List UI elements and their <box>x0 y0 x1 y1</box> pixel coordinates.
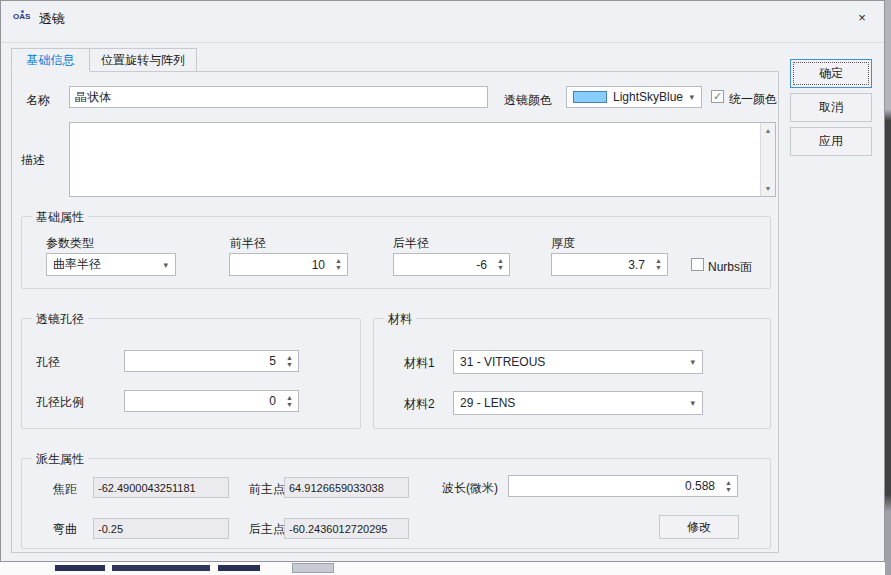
front-radius-value: 10 <box>312 258 325 272</box>
param-type-dropdown[interactable]: 曲率半径 ▾ <box>46 253 176 276</box>
wavelength-spinner[interactable]: 0.588 ▲▼ <box>508 475 738 497</box>
wavelength-label: 波长(微米) <box>442 480 498 497</box>
spinner-up-icon[interactable]: ▲ <box>725 480 732 486</box>
spinner-down-icon[interactable]: ▼ <box>335 265 342 271</box>
spinner-down-icon[interactable]: ▼ <box>725 487 732 493</box>
spinner-up-icon[interactable]: ▲ <box>286 355 293 361</box>
unify-color-label: 统一颜色 <box>729 91 777 108</box>
param-type-label: 参数类型 <box>46 235 94 252</box>
back-radius-label: 后半径 <box>393 235 429 252</box>
lens-aperture-group: 透镜孔径 <box>21 318 361 429</box>
spinner-down-icon[interactable]: ▼ <box>286 402 293 408</box>
occluded-text-fragment <box>218 565 260 571</box>
material2-value: 29 - LENS <box>460 396 515 410</box>
spinner-down-icon[interactable]: ▼ <box>655 265 662 271</box>
material1-label: 材料1 <box>404 355 435 372</box>
aperture-ratio-label: 孔径比例 <box>36 394 84 411</box>
back-principal-value: -60.2436012720295 <box>284 518 409 539</box>
color-swatch <box>573 91 607 103</box>
name-input[interactable] <box>69 86 488 108</box>
description-textarea[interactable] <box>69 122 776 197</box>
lens-color-dropdown[interactable]: LightSkyBlue ▾ <box>566 86 702 108</box>
front-radius-spinner[interactable]: 10 ▲▼ <box>229 253 348 276</box>
spinner-down-icon[interactable]: ▼ <box>497 265 504 271</box>
chevron-down-icon: ▾ <box>163 260 168 270</box>
back-radius-value: -6 <box>476 258 487 272</box>
thickness-label: 厚度 <box>551 235 575 252</box>
scrollbar-down-icon[interactable]: ▼ <box>761 185 775 192</box>
tab-position-rotation-array[interactable]: 位置旋转与阵列 <box>90 48 197 72</box>
lens-dialog: OAS 透镜 × 基础信息 位置旋转与阵列 确定 取消 应用 名称 透镜颜色 L… <box>0 0 885 562</box>
lens-dialog-screen: OAS 透镜 × 基础信息 位置旋转与阵列 确定 取消 应用 名称 透镜颜色 L… <box>0 0 891 575</box>
tab-basic-info[interactable]: 基础信息 <box>11 48 90 72</box>
thickness-value: 3.7 <box>628 258 645 272</box>
occluded-text-fragment <box>112 565 210 571</box>
apply-button[interactable]: 应用 <box>790 127 872 156</box>
aperture-label: 孔径 <box>36 354 60 371</box>
front-principal-label: 前主点 <box>249 481 285 498</box>
spinner-down-icon[interactable]: ▼ <box>286 362 293 368</box>
material1-dropdown[interactable]: 31 - VITREOUS ▾ <box>453 350 703 374</box>
bending-label: 弯曲 <box>53 521 77 538</box>
param-type-value: 曲率半径 <box>53 256 101 273</box>
focal-length-value: -62.4900043251181 <box>93 477 229 498</box>
scrollbar-up-icon[interactable]: ▲ <box>761 127 775 134</box>
nurbs-label: Nurbs面 <box>708 259 752 276</box>
description-scrollbar[interactable]: ▲ ▼ <box>760 123 775 196</box>
basic-properties-title: 基础属性 <box>32 209 88 226</box>
bending-value: -0.25 <box>93 518 229 539</box>
lens-color-label: 透镜颜色 <box>504 92 552 109</box>
oas-logo-icon: OAS <box>13 12 33 26</box>
lens-aperture-title: 透镜孔径 <box>32 311 88 328</box>
material-title: 材料 <box>384 311 416 328</box>
material2-dropdown[interactable]: 29 - LENS ▾ <box>453 391 703 415</box>
unify-color-checkbox[interactable]: ✓ <box>711 90 724 103</box>
modify-button[interactable]: 修改 <box>659 515 739 539</box>
chevron-down-icon: ▾ <box>689 92 694 102</box>
derived-properties-title: 派生属性 <box>32 451 88 468</box>
lens-color-value: LightSkyBlue <box>613 90 683 104</box>
occluded-text-fragment <box>55 565 105 571</box>
ok-button[interactable]: 确定 <box>790 59 872 88</box>
focal-length-label: 焦距 <box>53 481 77 498</box>
back-principal-label: 后主点 <box>249 521 285 538</box>
wavelength-value: 0.588 <box>685 479 715 493</box>
nurbs-checkbox[interactable] <box>691 258 704 271</box>
background-window-strip <box>0 563 885 575</box>
front-principal-value: 64.9126659033038 <box>284 477 409 498</box>
chevron-down-icon: ▾ <box>690 357 695 367</box>
material2-label: 材料2 <box>404 396 435 413</box>
background-viewport-strip <box>885 0 891 575</box>
checkmark-icon: ✓ <box>713 90 722 102</box>
thickness-spinner[interactable]: 3.7 ▲▼ <box>551 253 668 276</box>
aperture-ratio-spinner[interactable]: 0 ▲▼ <box>124 390 299 412</box>
name-label: 名称 <box>26 92 50 109</box>
dialog-title: 透镜 <box>39 10 65 28</box>
occluded-widget-fragment <box>292 563 334 573</box>
aperture-value: 5 <box>269 354 276 368</box>
cancel-button[interactable]: 取消 <box>790 93 872 122</box>
material1-value: 31 - VITREOUS <box>460 355 545 369</box>
close-icon[interactable]: × <box>849 5 875 29</box>
back-radius-spinner[interactable]: -6 ▲▼ <box>393 253 510 276</box>
spinner-up-icon[interactable]: ▲ <box>286 395 293 401</box>
title-bar: OAS 透镜 × <box>1 1 884 43</box>
aperture-ratio-value: 0 <box>269 394 276 408</box>
front-radius-label: 前半径 <box>230 235 266 252</box>
aperture-spinner[interactable]: 5 ▲▼ <box>124 350 299 372</box>
description-label: 描述 <box>21 152 45 169</box>
chevron-down-icon: ▾ <box>690 398 695 408</box>
